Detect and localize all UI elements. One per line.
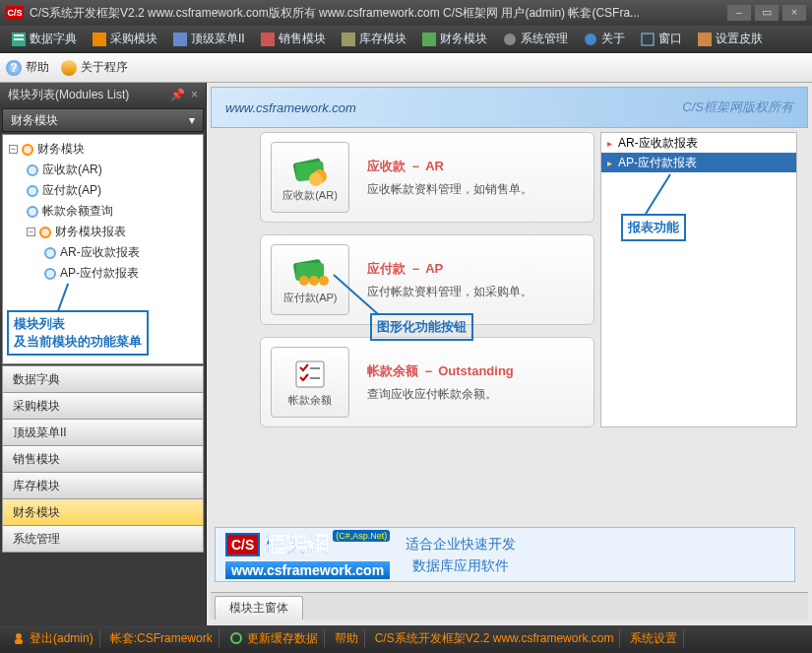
money-icon xyxy=(422,33,436,46)
card-ar-title: 应收款 － AR xyxy=(367,158,532,175)
acc-system[interactable]: 系统管理 xyxy=(2,525,204,553)
card-balance: 帐款余额 帐款余额 － Outstanding 查询应收应付帐款余额。 xyxy=(260,337,594,427)
annotation-line xyxy=(57,284,69,312)
module-tree: −财务模块 应收款(AR) 应付款(AP) 帐款余额查询 −财务模块报表 AR-… xyxy=(2,134,204,364)
acc-data-dict[interactable]: 数据字典 xyxy=(2,365,204,393)
svg-point-15 xyxy=(309,172,323,186)
banner-url[interactable]: www.csframework.com xyxy=(225,561,390,579)
svg-rect-10 xyxy=(642,33,654,45)
sb-account[interactable]: 帐套:CSFramework xyxy=(104,629,219,647)
pin-icon[interactable]: 📌 xyxy=(170,88,185,101)
sb-help[interactable]: 帮助 xyxy=(329,629,365,647)
card-balance-desc: 查询应收应付帐款余额。 xyxy=(367,386,514,403)
card-ap-desc: 应付帐款资料管理，如采购单。 xyxy=(367,284,532,300)
sidebar-close-icon[interactable]: × xyxy=(191,88,198,101)
annotation-module-list: 模块列表 及当前模块的功能菜单 xyxy=(7,310,149,356)
acc-stock[interactable]: 库存模块 xyxy=(2,472,204,499)
window-title: C/S系统开发框架V2.2 www.csframework.com版权所有 ww… xyxy=(30,5,727,22)
card-ap-title: 应付款 － AP xyxy=(367,260,532,278)
svg-point-19 xyxy=(309,276,319,286)
window-icon xyxy=(641,33,655,46)
svg-point-26 xyxy=(16,633,22,639)
tab-strip: 模块主窗体 xyxy=(211,592,808,620)
card-balance-button[interactable]: 帐款余额 xyxy=(271,347,349,418)
tree-node-ar[interactable]: 应收款(AR) xyxy=(5,160,201,180)
maximize-button[interactable]: ▭ xyxy=(755,5,779,21)
cart-icon xyxy=(93,33,106,46)
help-button[interactable]: ? 帮助 xyxy=(6,59,49,76)
tree-node-balance[interactable]: 帐款余额查询 xyxy=(5,201,201,222)
svg-rect-27 xyxy=(15,639,23,644)
sb-logout[interactable]: 登出(admin) xyxy=(6,629,100,647)
about-icon xyxy=(61,60,77,76)
sidebar: 模块列表(Modules List) 📌× 财务模块 ▾ −财务模块 应收款(A… xyxy=(0,83,207,625)
chevron-down-icon: ▾ xyxy=(189,113,195,127)
acc-purchase[interactable]: 采购模块 xyxy=(2,392,204,420)
tree-node-ar-report[interactable]: AR-应收款报表 xyxy=(5,242,201,263)
tree-node-ap-report[interactable]: AP-应付款报表 xyxy=(5,263,201,284)
cards-panel: 应收款(AR) 应收款 － AR 应收帐款资料管理，如销售单。 应付款(AP) … xyxy=(260,132,594,439)
help-icon: ? xyxy=(6,60,22,76)
banner-slogan: 适合企业快速开发 数据库应用软件 xyxy=(406,533,516,577)
svg-rect-7 xyxy=(422,33,436,46)
report-panel: ▸AR-应收款报表 ▸AP-应付款报表 报表功能 xyxy=(600,132,797,427)
skin-icon xyxy=(698,33,712,46)
app-icon: C/S xyxy=(6,6,24,20)
menu-stock[interactable]: 库存模块 xyxy=(334,26,414,52)
report-ap[interactable]: ▸AP-应付款报表 xyxy=(601,153,796,172)
titlebar: C/S C/S系统开发框架V2.2 www.csframework.com版权所… xyxy=(0,0,812,26)
footer-banner: C/S 框架網 (C#,Asp.Net) www.csframework.com… xyxy=(215,527,795,582)
accordion: 数据字典 采购模块 顶级菜单II 销售模块 库存模块 财务模块 系统管理 xyxy=(2,366,204,553)
menu-data-dict[interactable]: 数据字典 xyxy=(4,26,85,52)
report-ar[interactable]: ▸AR-应收款报表 xyxy=(601,133,796,153)
menu-system[interactable]: 系统管理 xyxy=(495,26,576,52)
menu-skin[interactable]: 设置皮肤 xyxy=(690,26,771,52)
svg-rect-4 xyxy=(173,33,187,46)
menubar: 数据字典 采购模块 顶级菜单II 销售模块 库存模块 财务模块 系统管理 关于 … xyxy=(0,26,812,53)
svg-point-20 xyxy=(319,276,329,286)
acc-top2[interactable]: 顶级菜单II xyxy=(2,419,204,446)
menu-icon xyxy=(173,33,187,46)
menu-finance[interactable]: 财务模块 xyxy=(414,26,495,52)
tree-root[interactable]: −财务模块 xyxy=(5,139,201,160)
about-button[interactable]: 关于程序 xyxy=(61,59,128,76)
svg-line-25 xyxy=(646,174,670,214)
minimize-button[interactable]: – xyxy=(727,5,751,21)
sb-settings[interactable]: 系统设置 xyxy=(624,629,684,647)
card-ar-desc: 应收帐款资料管理，如销售单。 xyxy=(367,181,532,198)
acc-finance[interactable]: 财务模块 xyxy=(2,498,204,526)
toolbar: ? 帮助 关于程序 xyxy=(0,53,812,83)
tree-node-reports[interactable]: −财务模块报表 xyxy=(5,222,201,242)
main-header: www.csframework.com C/S框架网版权所有 xyxy=(211,87,808,128)
close-button[interactable]: × xyxy=(782,5,806,21)
module-combo[interactable]: 财务模块 ▾ xyxy=(2,108,204,132)
data-icon xyxy=(12,33,26,46)
svg-point-8 xyxy=(504,33,516,45)
checklist-icon xyxy=(290,358,330,391)
banner-tech-badge: (C#,Asp.Net) xyxy=(333,530,390,542)
card-ar: 应收款(AR) 应收款 － AR 应收帐款资料管理，如销售单。 xyxy=(260,132,594,223)
tab-main-window[interactable]: 模块主窗体 xyxy=(215,596,303,620)
user-icon xyxy=(12,631,26,645)
annotation-line2-icon xyxy=(641,172,680,217)
svg-rect-11 xyxy=(698,33,712,46)
menu-top2[interactable]: 顶级菜单II xyxy=(165,26,253,52)
header-watermark: C/S框架网版权所有 xyxy=(682,98,793,116)
banner-name: 框架網 xyxy=(264,530,329,559)
svg-point-28 xyxy=(231,633,241,643)
annotation-report: 报表功能 xyxy=(621,214,686,241)
card-ar-button[interactable]: 应收款(AR) xyxy=(271,142,349,213)
acc-sales[interactable]: 销售模块 xyxy=(2,445,204,473)
tree-node-ap[interactable]: 应付款(AP) xyxy=(5,180,201,201)
svg-rect-21 xyxy=(296,361,324,387)
sidebar-title: 模块列表(Modules List) 📌× xyxy=(0,83,206,106)
menu-sales[interactable]: 销售模块 xyxy=(253,26,334,52)
sb-refresh[interactable]: 更新缓存数据 xyxy=(223,629,325,647)
card-ap: 应付款(AP) 应付款 － AP 应付帐款资料管理，如采购单。 xyxy=(260,234,594,325)
header-url[interactable]: www.csframework.com xyxy=(225,100,356,115)
menu-purchase[interactable]: 采购模块 xyxy=(85,26,165,52)
sales-icon xyxy=(261,33,275,46)
svg-point-18 xyxy=(299,276,309,286)
menu-about[interactable]: 关于 xyxy=(576,26,633,52)
menu-window[interactable]: 窗口 xyxy=(633,26,690,52)
